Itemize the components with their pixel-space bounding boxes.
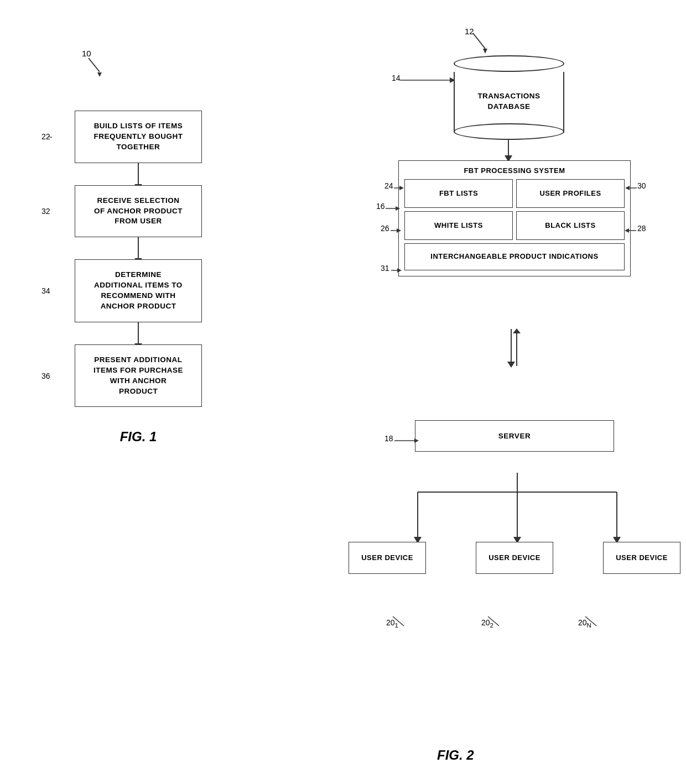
flow-box-receive-text: RECEIVE SELECTION OF ANCHOR PRODUCT FROM… [94,196,183,226]
svg-marker-19 [397,268,402,273]
fbt-lists-ref-24: 24 [384,181,393,190]
user-device-2: USER DEVICE [476,542,553,574]
user-device-2-text: USER DEVICE [488,553,541,562]
black-lists-box: BLACK LISTS [516,211,625,240]
interchangeable-ref-31: 31 [381,264,389,273]
svg-line-0 [89,58,100,72]
db-ref-arrow [400,75,461,91]
flow-box-present: PRESENT ADDITIONAL ITEMS FOR PURCHASE WI… [75,344,202,407]
cylinder-bottom-ellipse [454,123,564,140]
ref31-arrow [391,266,403,274]
svg-line-36 [585,616,596,626]
server-ref-18: 18 [384,434,393,443]
server-to-devices-arrows [371,473,664,553]
flow-ref-34: 34 [41,286,50,295]
flow-arrow-3 [138,322,139,344]
flow-box-determine-text: DETERMINE ADDITIONAL ITEMS TO RECOMMEND … [94,270,183,310]
fig2-container: 12 TRANSACTIONS DATABASE 14 [266,0,686,784]
fig2-title: FIG. 2 [437,748,474,763]
svg-marker-11 [396,206,400,211]
fbt-lists-box: FBT LISTS [404,179,513,208]
cylinder-text: TRANSACTIONS DATABASE [456,91,562,112]
flow-box-receive-selection: RECEIVE SELECTION OF ANCHOR PRODUCT FROM… [75,185,202,238]
flow-arrow-2 [138,237,139,259]
fbt-system-title: FBT PROCESSING SYSTEM [404,166,625,175]
svg-marker-15 [625,228,629,233]
fig1-ref-22-arrow: ~ [48,133,53,141]
ref16-arrow [386,205,402,212]
fbt-inner-grid: FBT LISTS USER PROFILES WHITE LISTS BLAC… [404,179,625,240]
flow-box-present-text: PRESENT ADDITIONAL ITEMS FOR PURCHASE WI… [93,356,183,395]
svg-marker-25 [414,438,419,443]
flow-item-1: 22 ~ BUILD LISTS OF ITEMS FREQUENTLY BOU… [75,111,202,163]
flow-box-build-lists-text: BUILD LISTS OF ITEMS FREQUENTLY BOUGHT T… [94,122,183,151]
svg-marker-23 [513,328,521,333]
flow-arrow-1 [138,163,139,185]
device2-ref-arrow [469,614,502,630]
user-device-1: USER DEVICE [349,542,426,574]
ref28-arrow [624,227,640,234]
svg-marker-9 [399,186,404,190]
fig1-title: FIG. 1 [120,429,157,445]
fig1-container: 10 22 ~ BUILD LISTS OF ITEMS FREQUENTLY … [0,0,266,784]
flow-box-determine: DETERMINE ADDITIONAL ITEMS TO RECOMMEND … [75,259,202,322]
svg-marker-21 [507,362,515,368]
fbt-system-box: FBT PROCESSING SYSTEM FBT LISTS USER PRO… [398,160,631,276]
page: 10 22 ~ BUILD LISTS OF ITEMS FREQUENTLY … [0,0,686,784]
fbt-system-ref-16: 16 [376,202,385,211]
user-device-3: USER DEVICE [603,542,680,574]
ref24-arrow [394,184,405,192]
svg-line-35 [488,616,499,626]
ref26-arrow [391,227,403,234]
flow-item-4: 36 PRESENT ADDITIONAL ITEMS FOR PURCHASE… [75,344,202,407]
svg-marker-17 [625,186,630,190]
device1-ref-arrow [373,614,407,630]
ref18-arrow [394,437,421,445]
flow-item-2: 32 RECEIVE SELECTION OF ANCHOR PRODUCT F… [75,185,202,238]
database-cylinder-wrapper: TRANSACTIONS DATABASE [454,55,564,133]
white-lists-box: WHITE LISTS [404,211,513,240]
fbt-server-arrow [497,326,531,370]
flow-ref-32: 32 [41,207,50,216]
user-profiles-box: USER PROFILES [516,179,625,208]
svg-marker-3 [483,49,487,54]
interchangeable-box: INTERCHANGEABLE PRODUCT INDICATIONS [404,243,625,270]
white-lists-ref-26: 26 [381,224,389,233]
server-box: SERVER [415,420,614,452]
svg-marker-13 [397,228,401,233]
svg-line-34 [393,616,404,626]
cylinder-body: TRANSACTIONS DATABASE [454,72,564,133]
fig1-arrow-svg [72,53,116,80]
flowchart: 22 ~ BUILD LISTS OF ITEMS FREQUENTLY BOU… [33,111,243,407]
user-device-3-text: USER DEVICE [616,553,668,562]
cylinder-top [454,55,564,72]
fig2-label-arrow-svg [456,28,501,58]
db-ref-14: 14 [392,74,401,82]
ref30-arrow [625,184,640,192]
flow-item-3: 34 DETERMINE ADDITIONAL ITEMS TO RECOMME… [75,259,202,322]
svg-marker-1 [97,72,102,77]
user-device-1-text: USER DEVICE [361,553,413,562]
svg-line-2 [473,33,485,49]
database-cylinder: TRANSACTIONS DATABASE [454,55,564,133]
device3-ref-arrow [566,614,599,630]
user-devices-row: USER DEVICE USER DEVICE USER DEVICE [349,542,680,574]
flow-ref-36: 36 [41,372,50,380]
svg-marker-5 [450,77,455,83]
flow-box-build-lists: BUILD LISTS OF ITEMS FREQUENTLY BOUGHT T… [75,111,202,163]
